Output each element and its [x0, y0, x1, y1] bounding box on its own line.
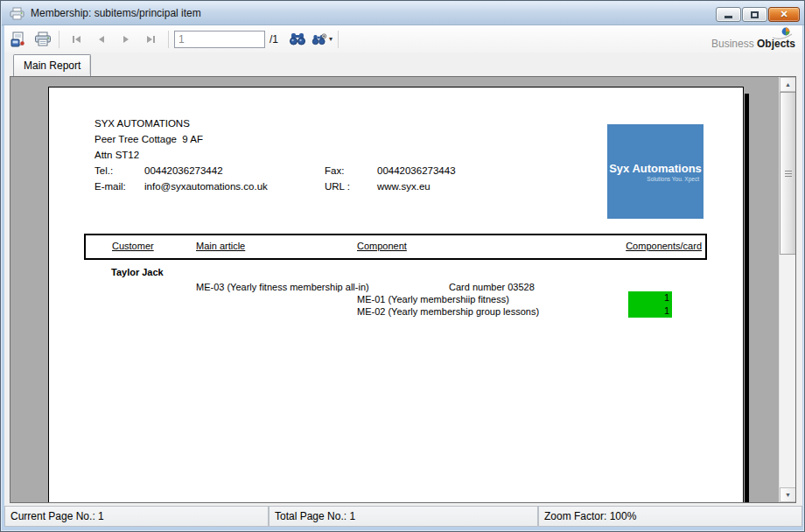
page-total-label: /1 [270, 33, 278, 46]
zoom-button[interactable]: ▾ [312, 29, 332, 50]
window-title: Membership: subitems/principal item [31, 7, 201, 19]
tab-main-report[interactable]: Main Report [13, 54, 91, 76]
customer-name: Taylor Jack [111, 267, 164, 277]
toolbar: /1 ▾ [4, 25, 802, 52]
logo-text: Syx Automations [607, 162, 704, 175]
app-window: Membership: subitems/principal item ✕ [0, 0, 805, 532]
tab-separator [89, 56, 90, 74]
scroll-down-button[interactable]: ▼ [780, 487, 796, 502]
previous-page-button[interactable] [91, 30, 112, 49]
toolbar-separator [168, 31, 169, 48]
maximize-icon [751, 11, 759, 18]
scroll-up-button[interactable]: ▲ [780, 77, 796, 92]
status-bar: Current Page No.: 1 Total Page No.: 1 Zo… [4, 506, 802, 527]
tab-label: Main Report [24, 60, 80, 72]
fax-value: 00442036273443 [377, 165, 456, 176]
zoom-dropdown-caret-icon: ▾ [329, 35, 332, 43]
business-objects-brand: Business Objects [699, 29, 795, 50]
next-page-button[interactable] [116, 30, 136, 49]
export-button[interactable] [8, 29, 29, 50]
scrollbar-grip-icon [785, 176, 792, 177]
minimize-button[interactable] [716, 7, 741, 22]
tel-label: Tel.: [94, 165, 113, 176]
minimize-icon [724, 16, 732, 18]
scroll-down-icon: ▼ [785, 492, 791, 498]
scroll-up-icon: ▲ [785, 81, 791, 88]
page-shadow [745, 94, 749, 502]
url-value: www.syx.eu [377, 181, 430, 192]
email-value: info@syxautomations.co.uk [144, 181, 268, 192]
toolbar-separator [59, 31, 60, 48]
scrollbar-grip-icon [785, 173, 792, 174]
zoom-binoculars-icon [312, 32, 327, 46]
tel-value: 00442036273442 [144, 165, 223, 176]
last-page-button[interactable] [140, 30, 161, 49]
export-icon [10, 32, 27, 47]
url-label: URL : [325, 181, 350, 192]
component-row: ME-02 (Yearly membership group lessons) [357, 306, 539, 317]
report-viewer: SYX AUTOMATIONS Peer Tree Cottage 9 AF A… [10, 76, 796, 503]
next-page-icon [122, 35, 130, 44]
card-number: Card number 03528 [449, 282, 535, 292]
title-bar[interactable]: Membership: subitems/principal item ✕ [2, 2, 805, 25]
search-button[interactable] [287, 29, 308, 50]
component-count-cell: 1 [628, 304, 672, 318]
status-zoom-factor: Zoom Factor: 100% [538, 506, 802, 527]
scrollbar-thumb[interactable] [780, 92, 796, 255]
print-icon [34, 32, 52, 46]
report-printer-icon [10, 7, 24, 20]
vertical-scrollbar[interactable]: ▲ ▼ [779, 77, 795, 502]
status-total-page: Total Page No.: 1 [269, 506, 538, 527]
column-header-customer: Customer [112, 241, 154, 251]
close-button[interactable]: ✕ [768, 7, 800, 22]
scrollbar-grip-icon [785, 171, 792, 172]
component-count-cell: 1 [628, 291, 672, 304]
status-current-page: Current Page No.: 1 [4, 506, 269, 527]
previous-page-icon [97, 35, 106, 44]
brand-text: Business Objects [711, 38, 795, 50]
logo-tagline: Solutions You. Xpect [607, 176, 704, 182]
column-header-components-card: Components/card [626, 241, 702, 251]
search-binoculars-icon [289, 32, 306, 46]
company-name: SYX AUTOMATIONS [94, 118, 190, 129]
company-address: Peer Tree Cottage 9 AF [94, 134, 203, 144]
column-header-main-article: Main article [196, 241, 245, 251]
first-page-button[interactable] [66, 30, 88, 49]
fax-label: Fax: [325, 165, 344, 176]
company-logo: Syx Automations Solutions You. Xpect [607, 124, 704, 219]
component-row: ME-01 (Yearly membershiip fitness) [357, 294, 509, 304]
last-page-icon [145, 35, 156, 44]
toolbar-separator [338, 31, 339, 48]
column-header-component: Component [357, 241, 407, 251]
main-article: ME-03 (Yearly fitness membership all-in) [196, 282, 369, 292]
company-attn: Attn ST12 [94, 150, 139, 160]
tab-strip: Main Report [4, 52, 802, 76]
page-number-input[interactable] [174, 31, 265, 48]
report-page: SYX AUTOMATIONS Peer Tree Cottage 9 AF A… [48, 87, 744, 503]
email-label: E-mail: [94, 181, 126, 192]
close-icon: ✕ [780, 9, 788, 20]
first-page-icon [72, 35, 82, 44]
print-button[interactable] [32, 29, 53, 50]
maximize-button[interactable] [742, 7, 767, 22]
